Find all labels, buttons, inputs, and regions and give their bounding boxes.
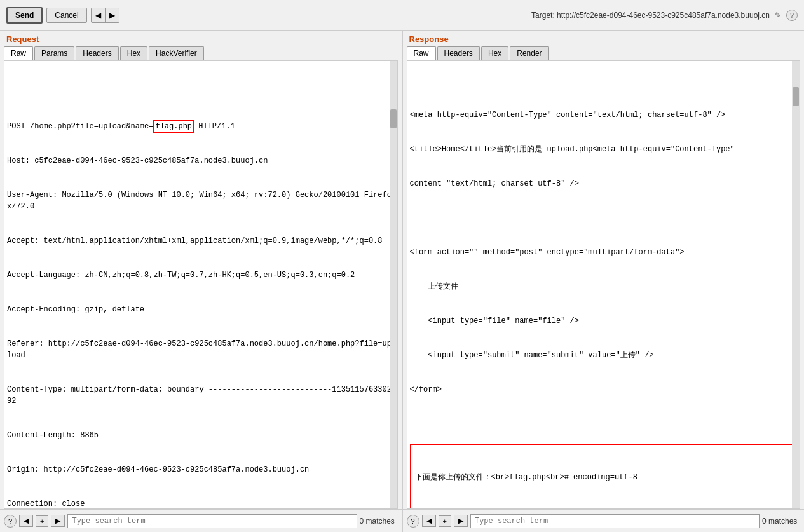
response-title-tag: <title>Home</title>当前引用的是 upload.php<met… [410, 144, 798, 155]
request-title: Request [0, 31, 402, 45]
response-blank1 [410, 212, 798, 224]
response-highlighted-section: 下面是你上传的文件：<br>flag.php<br># encoding=utf… [410, 444, 798, 509]
request-pane: Request Raw Params Headers Hex HackVerif… [0, 31, 403, 532]
tab-params[interactable]: Params [34, 46, 74, 60]
nav-back-button[interactable]: ◀ [92, 8, 106, 22]
tab-hackverifier[interactable]: HackVerifier [149, 46, 204, 60]
response-content[interactable]: <meta http-equiv="Content-Type" content=… [407, 60, 801, 509]
request-line-1: POST /home.php?file=upload&name=flag.php… [7, 121, 395, 132]
tab-headers-request[interactable]: Headers [76, 46, 118, 60]
resp-h-line1: 下面是你上传的文件：<br>flag.php<br># encoding=utf… [415, 472, 793, 483]
request-search-count: 0 matches [360, 517, 398, 526]
main-content: Request Raw Params Headers Hex HackVerif… [0, 31, 804, 532]
send-button[interactable]: Send [6, 7, 43, 24]
request-line-5: Accept-Language: zh-CN,zh;q=0.8,zh-TW;q=… [7, 269, 395, 281]
request-search-add[interactable]: + [36, 515, 48, 527]
edit-icon[interactable]: ✎ [775, 11, 781, 20]
request-search-next[interactable]: ▶ [51, 515, 65, 527]
cancel-button[interactable]: Cancel [46, 8, 86, 23]
response-scrollbar[interactable] [792, 61, 800, 508]
response-title: Response [403, 31, 805, 45]
request-line-4: Accept: text/html,application/xhtml+xml,… [7, 235, 395, 247]
request-search-prev[interactable]: ◀ [19, 515, 33, 527]
request-line-8: Content-Type: multipart/form-data; bound… [7, 384, 395, 407]
response-search-next[interactable]: ▶ [454, 515, 468, 527]
help-icon[interactable]: ? [786, 10, 798, 21]
request-line-11: Connection: close [7, 498, 395, 509]
request-scrollbar[interactable] [390, 61, 397, 508]
tab-headers-response[interactable]: Headers [437, 46, 480, 60]
request-search-help[interactable]: ? [4, 515, 17, 528]
resp-h-blank1 [415, 506, 793, 509]
target-label: Target: http://c5fc2eae-d094-46ec-9523-c… [531, 11, 770, 20]
request-search-bar: ? ◀ + ▶ 0 matches [0, 509, 402, 532]
response-search-prev[interactable]: ◀ [422, 515, 436, 527]
request-search-input[interactable] [67, 514, 357, 528]
response-search-help[interactable]: ? [407, 515, 419, 528]
request-line-2: Host: c5fc2eae-d094-46ec-9523-c925c485af… [7, 155, 395, 167]
tab-hex-request[interactable]: Hex [120, 46, 147, 60]
response-form-close: </form> [410, 384, 798, 395]
response-meta: <meta http-equiv="Content-Type" content=… [410, 109, 798, 121]
response-pane: Response Raw Headers Hex Render <meta ht… [403, 31, 805, 532]
nav-forward-button[interactable]: ▶ [106, 8, 119, 22]
response-search-count: 0 matches [762, 517, 800, 526]
tab-render[interactable]: Render [510, 46, 548, 60]
response-form: <form action="" method="post" enctype="m… [410, 247, 798, 258]
request-content[interactable]: POST /home.php?file=upload&name=flag.php… [4, 60, 398, 509]
tab-raw-response[interactable]: Raw [407, 46, 436, 60]
request-line-7: Referer: http://c5fc2eae-d094-46ec-9523-… [7, 338, 395, 361]
request-line-6: Accept-Encoding: gzip, deflate [7, 304, 395, 315]
target-info: Target: http://c5fc2eae-d094-46ec-9523-c… [531, 10, 798, 21]
request-line-9: Content-Length: 8865 [7, 430, 395, 441]
response-search-bar: ? ◀ + ▶ 0 matches [403, 509, 805, 532]
toolbar: Send Cancel ◀ ▶ Target: http://c5fc2eae-… [0, 0, 804, 31]
request-line-3: User-Agent: Mozilla/5.0 (Windows NT 10.0… [7, 189, 395, 212]
tab-raw-request[interactable]: Raw [4, 46, 33, 60]
response-search-add[interactable]: + [439, 515, 451, 527]
response-input-submit: <input type="submit" name="submit" value… [410, 350, 798, 361]
response-tab-bar: Raw Headers Hex Render [403, 45, 805, 60]
request-tab-bar: Raw Params Headers Hex HackVerifier [0, 45, 402, 60]
request-line-10: Origin: http://c5fc2eae-d094-46ec-9523-c… [7, 464, 395, 475]
response-search-input[interactable] [470, 514, 760, 528]
tab-hex-response[interactable]: Hex [481, 46, 508, 60]
response-content-meta: content="text/html; charset=utf-8" /> [410, 178, 798, 189]
response-input-file: <input type="file" name="file" /> [410, 315, 798, 327]
nav-group: ◀ ▶ [91, 8, 119, 23]
response-upload-label: 上传文件 [410, 281, 798, 292]
